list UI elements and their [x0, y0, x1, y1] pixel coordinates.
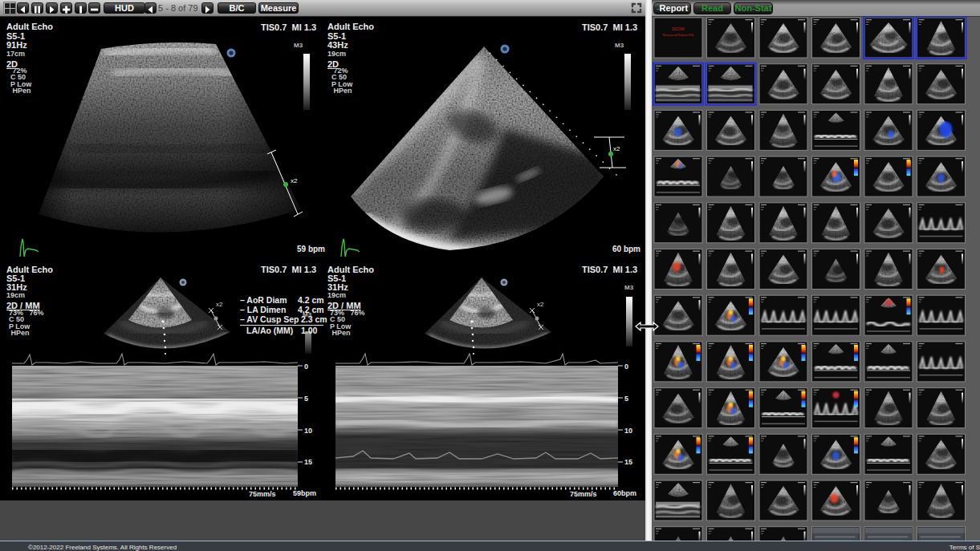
svg-text:5: 5	[304, 395, 308, 403]
svg-text:15: 15	[624, 458, 632, 466]
svg-text:DICOM: DICOM	[673, 27, 685, 31]
svg-text:Structured Report File: Structured Report File	[662, 33, 694, 37]
svg-text:10: 10	[624, 427, 632, 435]
svg-text:10: 10	[304, 427, 312, 435]
svg-text:0: 0	[304, 363, 308, 371]
svg-text:5: 5	[624, 395, 628, 403]
svg-text:x2: x2	[291, 177, 298, 184]
svg-text:x2: x2	[613, 145, 620, 152]
svg-text:x2: x2	[537, 301, 544, 308]
svg-text:x2: x2	[216, 301, 223, 308]
svg-text:15: 15	[304, 458, 312, 466]
svg-text:0: 0	[624, 363, 628, 371]
